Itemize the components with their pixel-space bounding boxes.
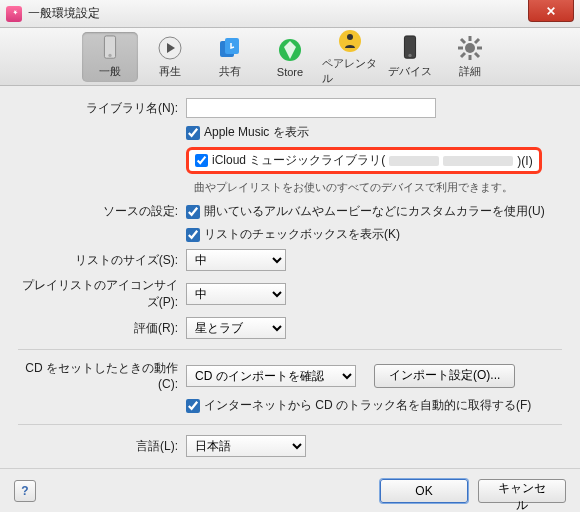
- tab-general[interactable]: 一般: [82, 32, 138, 82]
- list-size-select[interactable]: 中: [186, 249, 286, 271]
- help-button[interactable]: ?: [14, 480, 36, 502]
- svg-point-1: [108, 54, 111, 57]
- tab-store[interactable]: Store: [262, 32, 318, 82]
- tab-label: 共有: [219, 64, 241, 79]
- parental-icon: [336, 28, 364, 54]
- language-select[interactable]: 日本語: [186, 435, 306, 457]
- tab-label: ペアレンタル: [322, 56, 378, 86]
- devices-icon: [396, 34, 424, 62]
- content-area: 一般 再生 共有 Store: [0, 28, 580, 512]
- general-icon: [96, 34, 124, 62]
- tab-devices[interactable]: デバイス: [382, 32, 438, 82]
- playlist-icon-select[interactable]: 中: [186, 283, 286, 305]
- tab-label: Store: [277, 66, 303, 78]
- list-checkbox-checkbox[interactable]: リストのチェックボックスを表示(K): [186, 226, 400, 243]
- checkbox-input[interactable]: [186, 399, 200, 413]
- show-apple-music-checkbox[interactable]: Apple Music を表示: [186, 124, 309, 141]
- svg-rect-4: [225, 38, 239, 54]
- window-title: 一般環境設定: [28, 5, 100, 22]
- svg-point-6: [339, 30, 361, 52]
- tab-parental[interactable]: ペアレンタル: [322, 32, 378, 82]
- list-size-label: リストのサイズ(S):: [18, 252, 186, 269]
- svg-point-10: [465, 43, 475, 53]
- rating-label: 評価(R):: [18, 320, 186, 337]
- icloud-note: 曲やプレイリストをお使いのすべてのデバイスで利用できます。: [194, 180, 562, 195]
- checkbox-label: インターネットから CD のトラック名を自動的に取得する(F): [204, 397, 531, 414]
- checkbox-input[interactable]: [186, 205, 200, 219]
- tab-sharing[interactable]: 共有: [202, 32, 258, 82]
- icloud-label-prefix: iCloud ミュージックライブラリ(: [212, 152, 385, 169]
- tab-label: 一般: [99, 64, 121, 79]
- svg-line-18: [461, 53, 465, 57]
- ok-button[interactable]: OK: [380, 479, 468, 503]
- close-icon: [546, 6, 556, 16]
- language-label: 言語(L):: [18, 438, 186, 455]
- checkbox-input[interactable]: [186, 228, 200, 242]
- rating-select[interactable]: 星とラブ: [186, 317, 286, 339]
- checkbox-label: リストのチェックボックスを表示(K): [204, 226, 400, 243]
- separator: [18, 349, 562, 350]
- cd-insert-label: CD をセットしたときの動作(C):: [18, 360, 186, 391]
- cancel-button[interactable]: キャンセル: [478, 479, 566, 503]
- auto-tracknames-checkbox[interactable]: インターネットから CD のトラック名を自動的に取得する(F): [186, 397, 531, 414]
- redacted-text: [389, 156, 439, 166]
- icloud-label-suffix: )(I): [517, 154, 532, 168]
- cd-insert-select[interactable]: CD のインポートを確認: [186, 365, 356, 387]
- library-name-input[interactable]: [186, 98, 436, 118]
- tab-toolbar: 一般 再生 共有 Store: [0, 28, 580, 86]
- svg-line-16: [475, 53, 479, 57]
- advanced-icon: [456, 34, 484, 62]
- tab-advanced[interactable]: 詳細: [442, 32, 498, 82]
- tab-label: デバイス: [388, 64, 432, 79]
- sharing-icon: [216, 34, 244, 62]
- close-button[interactable]: [528, 0, 574, 22]
- separator: [18, 424, 562, 425]
- library-name-label: ライブラリ名(N):: [18, 100, 186, 117]
- tab-playback[interactable]: 再生: [142, 32, 198, 82]
- titlebar: 一般環境設定: [0, 0, 580, 28]
- playback-icon: [156, 34, 184, 62]
- store-icon: [276, 36, 304, 64]
- tab-label: 再生: [159, 64, 181, 79]
- icloud-music-library-checkbox[interactable]: [195, 154, 208, 167]
- svg-point-9: [408, 54, 411, 57]
- checkbox-input[interactable]: [186, 126, 200, 140]
- tab-label: 詳細: [459, 64, 481, 79]
- checkbox-label: 開いているアルバムやムービーなどにカスタムカラーを使用(U): [204, 203, 545, 220]
- redacted-text: [443, 156, 513, 166]
- import-settings-button[interactable]: インポート設定(O)...: [374, 364, 515, 388]
- svg-line-15: [461, 39, 465, 43]
- custom-color-checkbox[interactable]: 開いているアルバムやムービーなどにカスタムカラーを使用(U): [186, 203, 545, 220]
- source-settings-label: ソースの設定:: [18, 203, 186, 220]
- svg-line-17: [475, 39, 479, 43]
- footer: ? OK キャンセル: [0, 468, 580, 512]
- app-icon: [6, 6, 22, 22]
- icloud-music-library-highlight: iCloud ミュージックライブラリ( )(I): [186, 147, 542, 174]
- svg-point-7: [347, 34, 353, 40]
- checkbox-label: Apple Music を表示: [204, 124, 309, 141]
- playlist-icon-label: プレイリストのアイコンサイズ(P):: [18, 277, 186, 311]
- general-panel: ライブラリ名(N): Apple Music を表示 iCloud ミュージック…: [0, 86, 580, 468]
- preferences-window: 一般環境設定 一般 再生 共有: [0, 0, 580, 512]
